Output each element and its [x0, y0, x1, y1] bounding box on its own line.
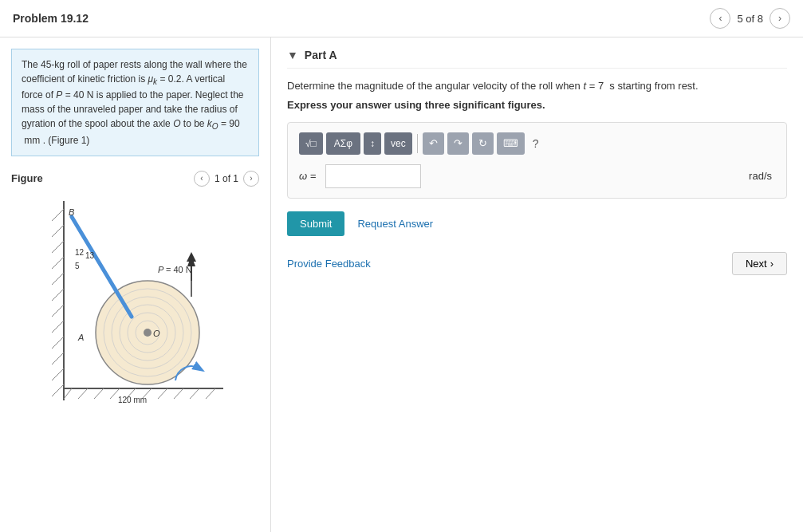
problem-text: The 45-kg roll of paper rests along the … — [22, 57, 249, 148]
math-toolbar: √□ ΑΣφ ↕ vec ↶ ↷ ↻ — [299, 132, 775, 155]
svg-text:A: A — [77, 333, 84, 342]
svg-line-16 — [94, 388, 104, 399]
figure-section: Figure ‹ 1 of 1 › — [11, 164, 259, 532]
figure-svg: O B 12 13 5 A 120 mm — [16, 193, 255, 408]
main-layout: The 45-kg roll of paper rests along the … — [0, 37, 803, 532]
svg-line-1 — [52, 209, 64, 221]
page-indicator: 5 of 8 — [737, 13, 763, 25]
keyboard-icon: ⌨ — [503, 137, 518, 149]
svg-line-2 — [52, 225, 64, 237]
svg-line-23 — [206, 388, 215, 399]
svg-line-22 — [190, 388, 199, 399]
refresh-button[interactable]: ↻ — [472, 132, 494, 155]
figure-page: 1 of 1 — [215, 173, 238, 184]
figure-next-button[interactable]: › — [243, 171, 259, 187]
svg-line-5 — [52, 273, 64, 285]
svg-line-11 — [52, 368, 64, 380]
question-text: Determine the magnitude of the angular v… — [287, 78, 787, 94]
figure-label: Figure — [11, 172, 43, 184]
help-icon: ? — [533, 137, 539, 150]
redo-button[interactable]: ↷ — [447, 132, 469, 155]
svg-line-8 — [52, 321, 64, 333]
next-button[interactable]: Next › — [732, 252, 787, 275]
svg-text:13: 13 — [85, 251, 95, 260]
page-navigation: ‹ 5 of 8 › — [710, 8, 790, 29]
svg-text:O: O — [153, 329, 160, 338]
part-a-header: ▼ Part A — [287, 49, 787, 69]
svg-line-6 — [52, 289, 64, 301]
toolbar-separator-1 — [417, 134, 418, 153]
next-label: Next — [746, 258, 767, 270]
answer-input[interactable] — [325, 164, 421, 188]
undo-button[interactable]: ↶ — [423, 132, 444, 155]
prev-page-button[interactable]: ‹ — [710, 8, 730, 29]
right-panel: ▼ Part A Determine the magnitude of the … — [271, 37, 803, 532]
figure-prev-button[interactable]: ‹ — [194, 171, 210, 187]
express-text: Express your answer using three signific… — [287, 99, 787, 111]
provide-feedback-link[interactable]: Provide Feedback — [287, 258, 371, 270]
svg-text:P: P — [158, 265, 164, 274]
svg-line-14 — [64, 388, 72, 399]
answer-box: √□ ΑΣφ ↕ vec ↶ ↷ ↻ — [287, 122, 787, 199]
sqrt-button[interactable]: √□ — [299, 132, 323, 155]
greek-icon: ΑΣφ — [334, 138, 352, 149]
figure-header: Figure ‹ 1 of 1 › — [11, 164, 259, 187]
redo-icon: ↷ — [454, 137, 463, 149]
undo-icon: ↶ — [429, 137, 438, 149]
problem-text-box: The 45-kg roll of paper rests along the … — [11, 49, 259, 156]
vec-icon: vec — [391, 138, 406, 149]
svg-line-7 — [52, 305, 64, 317]
left-panel: The 45-kg roll of paper rests along the … — [0, 37, 271, 532]
help-button[interactable]: ? — [528, 134, 544, 153]
next-page-button[interactable]: › — [770, 8, 790, 29]
keyboard-button[interactable]: ⌨ — [497, 132, 525, 155]
greek-button[interactable]: ΑΣφ — [326, 132, 360, 155]
svg-line-4 — [52, 257, 64, 269]
svg-text:= 40 N: = 40 N — [166, 265, 192, 274]
problem-title: Problem 19.12 — [13, 12, 89, 25]
svg-line-15 — [78, 388, 88, 399]
svg-text:B: B — [69, 207, 74, 217]
arrows-button[interactable]: ↕ — [364, 132, 381, 155]
svg-line-20 — [158, 388, 167, 399]
next-arrow-icon: › — [770, 258, 773, 270]
sqrt-icon: √□ — [305, 138, 317, 149]
bottom-row: Provide Feedback Next › — [287, 252, 787, 275]
svg-text:120 mm: 120 mm — [118, 396, 147, 404]
figure-canvas: O B 12 13 5 A 120 mm — [16, 193, 255, 408]
submit-button[interactable]: Submit — [287, 211, 344, 236]
svg-line-9 — [52, 337, 64, 349]
header: Problem 19.12 ‹ 5 of 8 › — [0, 0, 803, 37]
input-row: ω = rad/s — [299, 164, 775, 188]
part-title: Part A — [305, 49, 337, 61]
svg-line-21 — [174, 388, 183, 399]
action-row: Submit Request Answer — [287, 211, 787, 236]
svg-text:5: 5 — [75, 262, 80, 270]
svg-text:12: 12 — [75, 248, 85, 257]
svg-line-10 — [52, 353, 64, 365]
refresh-icon: ↻ — [478, 137, 487, 149]
part-collapse-arrow[interactable]: ▼ — [287, 49, 298, 61]
svg-point-30 — [144, 329, 152, 337]
svg-line-3 — [52, 241, 64, 253]
svg-line-12 — [52, 384, 64, 396]
vec-button[interactable]: vec — [384, 132, 412, 155]
omega-label: ω = — [299, 170, 316, 182]
unit-label: rad/s — [749, 170, 775, 182]
svg-line-32 — [72, 217, 132, 317]
arrows-icon: ↕ — [370, 138, 375, 149]
request-answer-link[interactable]: Request Answer — [357, 218, 433, 230]
figure-nav: ‹ 1 of 1 › — [194, 171, 259, 187]
